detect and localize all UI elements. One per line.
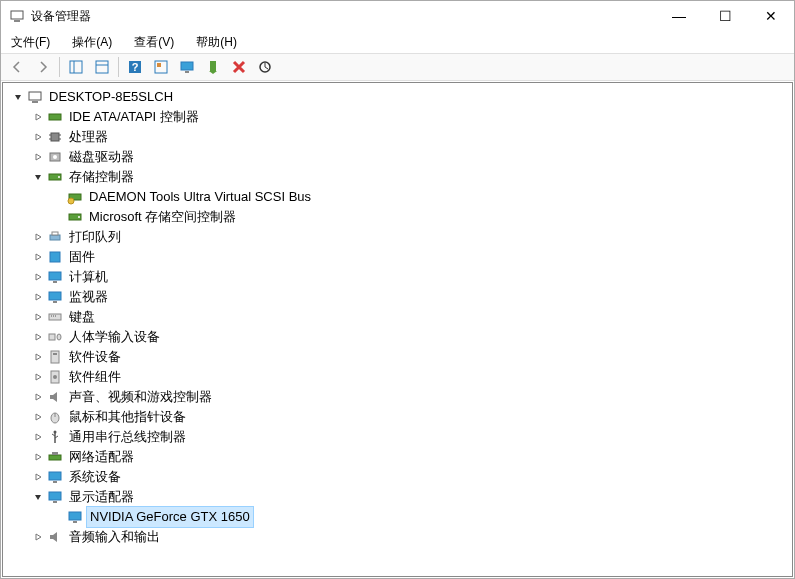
expander-open-icon[interactable] bbox=[11, 90, 25, 104]
storage-child-icon bbox=[67, 189, 83, 205]
forward-button[interactable] bbox=[31, 55, 55, 79]
menu-action[interactable]: 操作(A) bbox=[68, 32, 116, 53]
svg-rect-44 bbox=[53, 353, 57, 355]
tree-label: 软件组件 bbox=[67, 367, 123, 387]
svg-rect-16 bbox=[49, 114, 61, 120]
tree-item-computer[interactable]: 计算机 bbox=[5, 267, 790, 287]
tree-item-gpu[interactable]: · NVIDIA GeForce GTX 1650 bbox=[5, 507, 790, 527]
tree-item-swcomponent[interactable]: 软件组件 bbox=[5, 367, 790, 387]
tree-item-mouse[interactable]: 鼠标和其他指针设备 bbox=[5, 407, 790, 427]
tree-item-sysdevice[interactable]: 系统设备 bbox=[5, 467, 790, 487]
monitor-icon-button[interactable] bbox=[175, 55, 199, 79]
tree-item-storage[interactable]: 存储控制器 bbox=[5, 167, 790, 187]
svg-rect-57 bbox=[69, 512, 81, 520]
svg-rect-17 bbox=[51, 133, 59, 141]
expander-closed-icon[interactable] bbox=[31, 250, 45, 264]
expander-closed-icon[interactable] bbox=[31, 430, 45, 444]
menu-file[interactable]: 文件(F) bbox=[7, 32, 54, 53]
tree-item-cpu[interactable]: 处理器 bbox=[5, 127, 790, 147]
expander-closed-icon[interactable] bbox=[31, 450, 45, 464]
window-controls: — ☐ ✕ bbox=[656, 1, 794, 31]
minimize-button[interactable]: — bbox=[656, 1, 702, 31]
scan-button[interactable] bbox=[253, 55, 277, 79]
svg-rect-1 bbox=[14, 20, 20, 22]
svg-rect-30 bbox=[50, 235, 60, 240]
tree-label: DESKTOP-8E5SLCH bbox=[47, 87, 175, 107]
expander-closed-icon[interactable] bbox=[31, 230, 45, 244]
tree-item-monitor[interactable]: 监视器 bbox=[5, 287, 790, 307]
hid-icon bbox=[47, 329, 63, 345]
software-icon bbox=[47, 349, 63, 365]
tree-label: 处理器 bbox=[67, 127, 110, 147]
action-button[interactable] bbox=[149, 55, 173, 79]
expander-closed-icon[interactable] bbox=[31, 350, 45, 364]
svg-rect-34 bbox=[53, 281, 57, 283]
tree-item-swdevice[interactable]: 软件设备 bbox=[5, 347, 790, 367]
display-icon bbox=[47, 489, 63, 505]
close-button[interactable]: ✕ bbox=[748, 1, 794, 31]
system-icon bbox=[47, 469, 63, 485]
printer-icon bbox=[47, 229, 63, 245]
expander-open-icon[interactable] bbox=[31, 490, 45, 504]
svg-rect-10 bbox=[181, 62, 193, 70]
tree-item-network[interactable]: 网络适配器 bbox=[5, 447, 790, 467]
tree-item-firmware[interactable]: 固件 bbox=[5, 247, 790, 267]
monitor-icon bbox=[47, 269, 63, 285]
svg-rect-9 bbox=[157, 63, 161, 67]
tree-label: 存储控制器 bbox=[67, 167, 136, 187]
expander-closed-icon[interactable] bbox=[31, 390, 45, 404]
expander-closed-icon[interactable] bbox=[31, 130, 45, 144]
device-tree-panel[interactable]: DESKTOP-8E5SLCH IDE ATA/ATAPI 控制器 处理器 磁盘… bbox=[2, 82, 793, 577]
back-button[interactable] bbox=[5, 55, 29, 79]
svg-rect-37 bbox=[49, 314, 61, 320]
tree-item-sound[interactable]: 声音、视频和游戏控制器 bbox=[5, 387, 790, 407]
properties-button[interactable] bbox=[90, 55, 114, 79]
tree-item-disk[interactable]: 磁盘驱动器 bbox=[5, 147, 790, 167]
tree-item-audio[interactable]: 音频输入和输出 bbox=[5, 527, 790, 547]
tree-root[interactable]: DESKTOP-8E5SLCH bbox=[5, 87, 790, 107]
svg-point-42 bbox=[57, 334, 61, 340]
monitor-icon bbox=[47, 289, 63, 305]
expander-closed-icon[interactable] bbox=[31, 530, 45, 544]
svg-rect-41 bbox=[49, 334, 55, 340]
tree-label: 声音、视频和游戏控制器 bbox=[67, 387, 214, 407]
uninstall-button[interactable] bbox=[227, 55, 251, 79]
tree-label: 软件设备 bbox=[67, 347, 123, 367]
menu-view[interactable]: 查看(V) bbox=[130, 32, 178, 53]
expander-closed-icon[interactable] bbox=[31, 270, 45, 284]
tree-label: Microsoft 存储空间控制器 bbox=[87, 207, 238, 227]
expander-open-icon[interactable] bbox=[31, 170, 45, 184]
firmware-icon bbox=[47, 249, 63, 265]
tree-label: NVIDIA GeForce GTX 1650 bbox=[86, 506, 254, 528]
expander-closed-icon[interactable] bbox=[31, 470, 45, 484]
menu-help[interactable]: 帮助(H) bbox=[192, 32, 241, 53]
help-button[interactable]: ? bbox=[123, 55, 147, 79]
tree-item-keyboard[interactable]: 键盘 bbox=[5, 307, 790, 327]
tree-item-printqueue[interactable]: 打印队列 bbox=[5, 227, 790, 247]
expander-closed-icon[interactable] bbox=[31, 410, 45, 424]
app-icon bbox=[9, 8, 25, 24]
tree-item-hid[interactable]: 人体学输入设备 bbox=[5, 327, 790, 347]
svg-rect-12 bbox=[210, 61, 216, 71]
svg-rect-11 bbox=[185, 71, 189, 73]
tree-item-msstorage[interactable]: · Microsoft 存储空间控制器 bbox=[5, 207, 790, 227]
tree-item-daemon[interactable]: · DAEMON Tools Ultra Virtual SCSI Bus bbox=[5, 187, 790, 207]
expander-closed-icon[interactable] bbox=[31, 330, 45, 344]
tree-label: 计算机 bbox=[67, 267, 110, 287]
tree-item-usb[interactable]: 通用串行总线控制器 bbox=[5, 427, 790, 447]
menubar: 文件(F) 操作(A) 查看(V) 帮助(H) bbox=[1, 31, 794, 53]
expander-closed-icon[interactable] bbox=[31, 310, 45, 324]
svg-rect-31 bbox=[52, 232, 58, 235]
expander-closed-icon[interactable] bbox=[31, 150, 45, 164]
toolbar: ? bbox=[1, 53, 794, 81]
tree-item-display[interactable]: 显示适配器 bbox=[5, 487, 790, 507]
maximize-button[interactable]: ☐ bbox=[702, 1, 748, 31]
expander-closed-icon[interactable] bbox=[31, 290, 45, 304]
tree-label: 固件 bbox=[67, 247, 97, 267]
install-button[interactable] bbox=[201, 55, 225, 79]
tree-item-ide[interactable]: IDE ATA/ATAPI 控制器 bbox=[5, 107, 790, 127]
svg-rect-56 bbox=[53, 501, 57, 503]
show-tree-button[interactable] bbox=[64, 55, 88, 79]
expander-closed-icon[interactable] bbox=[31, 110, 45, 124]
expander-closed-icon[interactable] bbox=[31, 370, 45, 384]
